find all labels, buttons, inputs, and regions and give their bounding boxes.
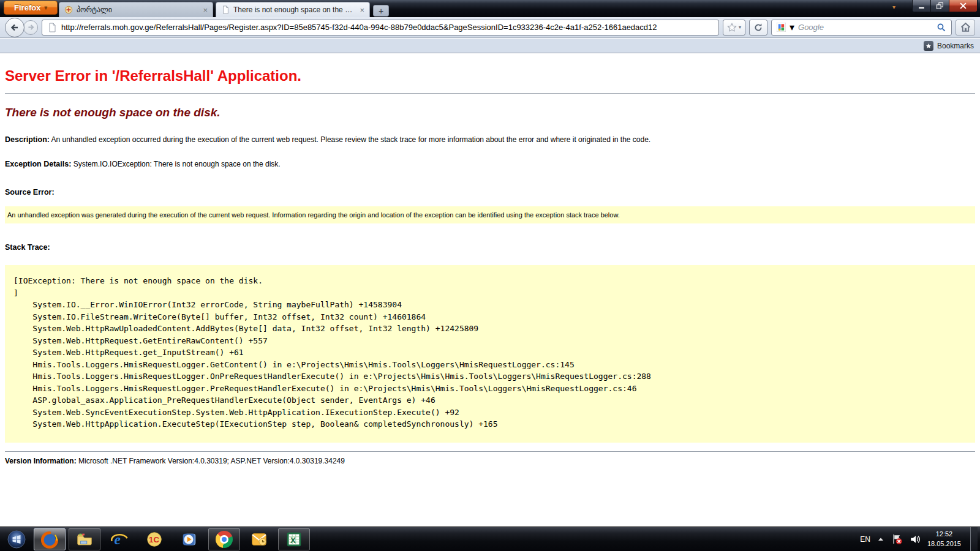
version-text: Microsoft .NET Framework Version:4.0.303… (77, 457, 345, 465)
svg-text:1C: 1C (149, 535, 159, 544)
google-chrome-icon (216, 531, 233, 548)
back-button[interactable] (5, 18, 24, 37)
windows-start-icon (7, 530, 26, 549)
exception-details-line: Exception Details: System.IO.IOException… (5, 160, 975, 168)
close-button[interactable] (949, 0, 978, 12)
page-icon (47, 23, 57, 32)
volume-icon[interactable] (910, 534, 921, 545)
source-error-heading: Source Error: (5, 188, 975, 197)
taskbar-media-player-button[interactable] (173, 528, 205, 550)
stack-trace-box: [IOException: There is not enough space … (5, 265, 975, 443)
description-line: Description: An unhandled exception occu… (5, 135, 975, 144)
back-arrow-icon (10, 23, 20, 32)
bookmarks-star-icon (924, 41, 933, 51)
windows-media-player-icon (180, 530, 198, 549)
reload-icon (753, 23, 763, 32)
tab-title: პორტალი (77, 6, 199, 14)
taskbar-internet-explorer-button[interactable]: e (104, 528, 135, 550)
search-icon[interactable] (937, 23, 946, 32)
firefox-menu-label: Firefox (14, 3, 40, 12)
list-all-tabs-icon[interactable]: ▾ (892, 4, 895, 10)
new-tab-button[interactable]: + (373, 5, 389, 17)
browser-window: Firefox ▾ პორტალი × There is not enough … (0, 0, 980, 551)
home-button[interactable] (956, 20, 975, 36)
clock-date: 18.05.2015 (927, 539, 961, 549)
search-box[interactable]: ▾ Google (771, 20, 952, 36)
error-subtitle: There is not enough space on the disk. (5, 106, 975, 119)
tab-strip: პორტალი × There is not enough space on t… (59, 2, 389, 17)
taskbar-firefox-button[interactable] (34, 528, 66, 550)
description-label: Description: (5, 135, 50, 144)
stack-trace-text: [IOException: There is not enough space … (13, 275, 967, 430)
tab-error-page[interactable]: There is not enough space on the dis... … (216, 2, 370, 17)
window-controls (912, 0, 978, 12)
url-text: http://referrals.moh.gov.ge/ReferralsHal… (61, 23, 657, 32)
taskbar-excel-button[interactable]: X (278, 528, 310, 550)
language-indicator[interactable]: EN (860, 535, 870, 544)
taskbar-explorer-button[interactable] (69, 528, 100, 550)
google-icon (777, 23, 786, 32)
forward-button[interactable] (23, 20, 38, 35)
excel-icon: X (285, 530, 303, 549)
source-error-box: An unhandled exception was generated dur… (5, 206, 975, 223)
clock-time: 12:52 (927, 530, 961, 539)
page-title: Server Error in '/ReferralsHall' Applica… (5, 67, 975, 84)
chevron-down-icon: ▾ (739, 24, 741, 30)
version-label: Version Information: (5, 457, 77, 465)
minimize-icon (918, 2, 925, 9)
minimize-button[interactable] (912, 0, 931, 12)
exception-details-text: System.IO.IOException: There is not enou… (71, 160, 280, 168)
start-button[interactable] (2, 527, 31, 551)
divider (5, 451, 975, 452)
close-icon (960, 2, 967, 9)
bookmark-star-button[interactable]: ▾ (723, 20, 745, 36)
system-tray: EN 12:52 18.05.2015 (860, 527, 980, 551)
reload-button[interactable] (749, 20, 767, 36)
outlook-icon (250, 530, 268, 549)
star-icon (727, 23, 737, 32)
chevron-down-icon[interactable]: ▾ (790, 21, 794, 33)
chevron-down-icon: ▾ (44, 5, 47, 11)
windows-explorer-icon (75, 530, 94, 549)
tab-portal[interactable]: პორტალი × (59, 2, 213, 17)
georgia-emblem-icon (64, 6, 73, 14)
show-hidden-icons-icon[interactable] (877, 536, 884, 542)
search-placeholder: Google (798, 23, 933, 32)
firefox-menu-button[interactable]: Firefox ▾ (4, 1, 58, 15)
stack-trace-heading: Stack Trace: (5, 243, 975, 252)
tab-title: There is not enough space on the dis... (233, 6, 356, 14)
clock[interactable]: 12:52 18.05.2015 (927, 530, 963, 549)
taskbar: e 1C (0, 527, 980, 551)
page-icon (221, 6, 230, 14)
bookmarks-menu-button[interactable]: Bookmarks (937, 42, 974, 50)
exception-details-label: Exception Details: (5, 160, 71, 168)
titlebar: Firefox ▾ პორტალი × There is not enough … (0, 0, 980, 17)
tab-close-icon[interactable]: × (360, 6, 364, 15)
firefox-icon (40, 530, 59, 549)
taskbar-outlook-button[interactable] (243, 528, 275, 550)
1c-enterprise-icon: 1C (145, 530, 164, 549)
forward-arrow-icon (27, 23, 35, 31)
svg-text:X: X (290, 535, 296, 544)
show-desktop-button[interactable] (970, 527, 978, 551)
restore-button[interactable] (931, 0, 949, 12)
description-text: An unhandled exception occurred during t… (50, 135, 650, 144)
taskbar-chrome-button[interactable] (208, 528, 240, 550)
version-information-line: Version Information: Microsoft .NET Fram… (5, 457, 975, 465)
restore-icon (937, 2, 943, 9)
taskbar-1c-button[interactable]: 1C (138, 528, 170, 550)
url-bar[interactable]: http://referrals.moh.gov.ge/ReferralsHal… (42, 20, 719, 36)
home-icon (960, 22, 971, 32)
error-page-content: Server Error in '/ReferralsHall' Applica… (0, 54, 980, 527)
bookmarks-toolbar: Bookmarks (0, 39, 980, 53)
divider (5, 93, 975, 94)
internet-explorer-icon: e (110, 530, 129, 549)
tab-close-icon[interactable]: × (203, 6, 208, 15)
action-center-flag-icon[interactable] (891, 533, 903, 545)
navigation-toolbar: http://referrals.moh.gov.ge/ReferralsHal… (0, 17, 980, 38)
